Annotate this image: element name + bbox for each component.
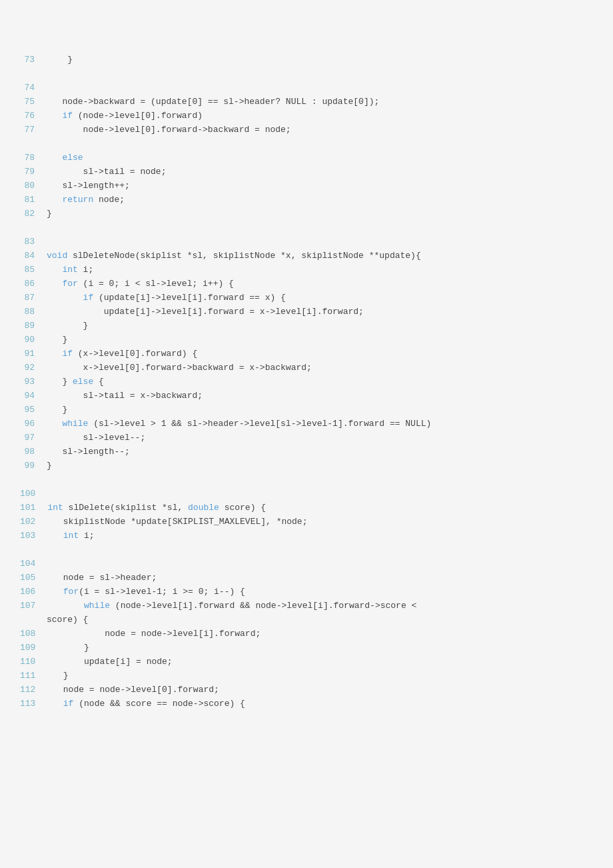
code-line: 78 else bbox=[20, 151, 593, 165]
line-content: node = node->level[0].forward; bbox=[47, 683, 219, 697]
code-line: 111 } bbox=[20, 669, 593, 683]
code-line: 74 bbox=[20, 81, 593, 95]
line-content: sl->length--; bbox=[47, 445, 130, 459]
code-line: 85 int i; bbox=[20, 263, 593, 277]
line-number: 90 bbox=[20, 333, 47, 347]
line-content: for (i = 0; i < sl->level; i++) { bbox=[47, 277, 234, 291]
code-line: 98 sl->length--; bbox=[20, 445, 593, 459]
code-line: 80 sl->length++; bbox=[20, 179, 593, 193]
code-line: 88 update[i]->level[i].forward = x->leve… bbox=[20, 305, 593, 319]
line-content: node->level[0].forward->backward = node; bbox=[47, 123, 291, 137]
code-line: 108 node = node->level[i].forward; bbox=[20, 627, 593, 641]
line-content: x->level[0].forward->backward = x->backw… bbox=[47, 361, 312, 375]
line-content: sl->level--; bbox=[47, 431, 145, 445]
line-number: 81 bbox=[20, 193, 47, 207]
code-line: 76 if (node->level[0].forward) bbox=[20, 109, 593, 123]
line-content: skiplistNode *update[SKIPLIST_MAXLEVEL],… bbox=[47, 515, 307, 529]
line-number: 112 bbox=[20, 683, 47, 697]
line-number: 102 bbox=[20, 515, 47, 529]
line-number: 106 bbox=[20, 585, 47, 599]
line-content: for(i = sl->level-1; i >= 0; i--) { bbox=[47, 585, 245, 599]
line-content: int slDelete(skiplist *sl, double score)… bbox=[47, 501, 266, 515]
line-number: 79 bbox=[20, 165, 47, 179]
code-line: 91 if (x->level[0].forward) { bbox=[20, 347, 593, 361]
code-line: 73 } bbox=[20, 53, 593, 67]
code-line: 84void slDeleteNode(skiplist *sl, skipli… bbox=[20, 249, 593, 263]
code-line: 94 sl->tail = x->backward; bbox=[20, 389, 593, 403]
line-content: node = sl->header; bbox=[47, 571, 157, 585]
line-number: 110 bbox=[20, 655, 47, 669]
line-content: } bbox=[47, 641, 89, 655]
code-line: 95 } bbox=[20, 403, 593, 417]
line-number: 107 bbox=[20, 599, 47, 613]
code-line: 100 bbox=[20, 487, 593, 501]
code-block: 73 }7475 node->backward = (update[0] == … bbox=[0, 53, 613, 711]
line-number: 113 bbox=[20, 697, 47, 711]
line-content: node = node->level[i].forward; bbox=[47, 627, 261, 641]
line-number: 103 bbox=[20, 529, 47, 543]
line-content: while (sl->level > 1 && sl->header->leve… bbox=[47, 417, 431, 431]
code-line: score) { bbox=[20, 613, 593, 627]
line-content: node->backward = (update[0] == sl->heade… bbox=[47, 95, 379, 109]
code-line: 99} bbox=[20, 459, 593, 473]
code-line: 103 int i; bbox=[20, 529, 593, 543]
line-content: } bbox=[47, 403, 67, 417]
line-content: if (node->level[0].forward) bbox=[47, 109, 203, 123]
code-line: 101int slDelete(skiplist *sl, double sco… bbox=[20, 501, 593, 515]
line-number: 77 bbox=[20, 123, 47, 137]
line-number: 85 bbox=[20, 263, 47, 277]
line-content: sl->tail = x->backward; bbox=[47, 389, 203, 403]
line-number: 98 bbox=[20, 445, 47, 459]
code-line bbox=[20, 473, 593, 487]
line-number: 74 bbox=[20, 81, 47, 95]
code-line: 89 } bbox=[20, 319, 593, 333]
line-content: } bbox=[47, 333, 67, 347]
line-number: 83 bbox=[20, 235, 47, 249]
line-content: int i; bbox=[47, 263, 93, 277]
line-content: score) { bbox=[47, 613, 88, 627]
code-line: 102 skiplistNode *update[SKIPLIST_MAXLEV… bbox=[20, 515, 593, 529]
line-content: if (x->level[0].forward) { bbox=[47, 347, 197, 361]
line-content: while (node->level[i].forward && node->l… bbox=[47, 599, 416, 613]
code-line: 79 sl->tail = node; bbox=[20, 165, 593, 179]
code-line: 107 while (node->level[i].forward && nod… bbox=[20, 599, 593, 613]
line-number: 101 bbox=[20, 501, 47, 515]
code-line: 113 if (node && score == node->score) { bbox=[20, 697, 593, 711]
line-content: sl->tail = node; bbox=[47, 165, 166, 179]
line-number: 100 bbox=[20, 487, 47, 501]
code-line bbox=[20, 221, 593, 235]
line-content: return node; bbox=[47, 193, 125, 207]
line-content: update[i]->level[i].forward = x->level[i… bbox=[47, 305, 364, 319]
code-line: 104 bbox=[20, 557, 593, 571]
line-content: } bbox=[47, 207, 52, 221]
code-line bbox=[20, 543, 593, 557]
code-line: 110 update[i] = node; bbox=[20, 655, 593, 669]
code-line: 106 for(i = sl->level-1; i >= 0; i--) { bbox=[20, 585, 593, 599]
line-number: 84 bbox=[20, 249, 47, 263]
line-content: else bbox=[47, 151, 83, 165]
line-number: 76 bbox=[20, 109, 47, 123]
line-number: 94 bbox=[20, 389, 47, 403]
line-number: 111 bbox=[20, 669, 47, 683]
line-number: 105 bbox=[20, 571, 47, 585]
line-content: update[i] = node; bbox=[47, 655, 172, 669]
code-line: 75 node->backward = (update[0] == sl->he… bbox=[20, 95, 593, 109]
line-number: 80 bbox=[20, 179, 47, 193]
line-content: } bbox=[47, 319, 88, 333]
line-number: 86 bbox=[20, 277, 47, 291]
line-number: 92 bbox=[20, 361, 47, 375]
line-number: 99 bbox=[20, 459, 47, 473]
line-content: sl->length++; bbox=[47, 179, 130, 193]
line-content: } bbox=[47, 53, 73, 67]
code-line: 109 } bbox=[20, 641, 593, 655]
code-line: 93 } else { bbox=[20, 375, 593, 389]
line-content: } bbox=[47, 459, 52, 473]
line-number: 88 bbox=[20, 305, 47, 319]
line-number: 108 bbox=[20, 627, 47, 641]
line-number: 78 bbox=[20, 151, 47, 165]
line-number: 82 bbox=[20, 207, 47, 221]
line-content: } bbox=[47, 669, 68, 683]
code-line: 83 bbox=[20, 235, 593, 249]
line-number: 89 bbox=[20, 319, 47, 333]
line-number: 93 bbox=[20, 375, 47, 389]
